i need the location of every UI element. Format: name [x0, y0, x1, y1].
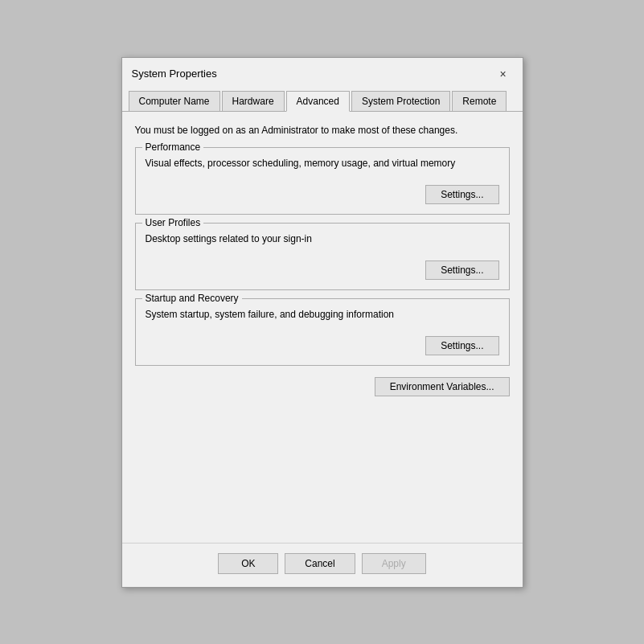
cancel-button[interactable]: Cancel — [285, 553, 355, 574]
performance-group-title: Performance — [142, 142, 204, 153]
dialog-content: You must be logged on as an Administrato… — [122, 112, 523, 543]
user-profiles-group: User Profiles Desktop settings related t… — [135, 223, 510, 290]
tab-system-protection[interactable]: System Protection — [351, 91, 450, 112]
performance-group-footer: Settings... — [146, 185, 499, 204]
tab-hardware[interactable]: Hardware — [222, 91, 285, 112]
window-title: System Properties — [132, 68, 217, 80]
title-bar: System Properties × — [122, 58, 523, 84]
user-profiles-group-title: User Profiles — [142, 217, 204, 228]
user-profiles-settings-button[interactable]: Settings... — [425, 260, 498, 280]
ok-button[interactable]: OK — [218, 553, 278, 574]
close-button[interactable]: × — [494, 64, 513, 84]
dialog-bottom-bar: OK Cancel Apply — [122, 543, 523, 587]
performance-group: Performance Visual effects, processor sc… — [135, 147, 510, 215]
env-variables-button[interactable]: Environment Variables... — [375, 377, 510, 396]
startup-recovery-group: Startup and Recovery System startup, sys… — [135, 298, 510, 366]
startup-recovery-group-footer: Settings... — [146, 336, 499, 355]
performance-group-desc: Visual effects, processor scheduling, me… — [146, 158, 499, 169]
user-profiles-group-footer: Settings... — [146, 260, 499, 280]
user-profiles-group-desc: Desktop settings related to your sign-in — [146, 233, 499, 244]
tab-computer-name[interactable]: Computer Name — [129, 91, 220, 112]
performance-settings-button[interactable]: Settings... — [425, 185, 498, 204]
startup-recovery-group-title: Startup and Recovery — [142, 293, 242, 304]
apply-button[interactable]: Apply — [362, 553, 426, 574]
tab-bar: Computer Name Hardware Advanced System P… — [122, 84, 523, 112]
startup-recovery-group-desc: System startup, system failure, and debu… — [146, 309, 499, 320]
system-properties-dialog: System Properties × Computer Name Hardwa… — [121, 57, 523, 588]
admin-notice: You must be logged on as an Administrato… — [135, 121, 510, 139]
tab-advanced[interactable]: Advanced — [286, 91, 350, 112]
tab-remote[interactable]: Remote — [452, 91, 507, 112]
env-variables-row: Environment Variables... — [135, 374, 510, 400]
startup-recovery-settings-button[interactable]: Settings... — [425, 336, 498, 355]
